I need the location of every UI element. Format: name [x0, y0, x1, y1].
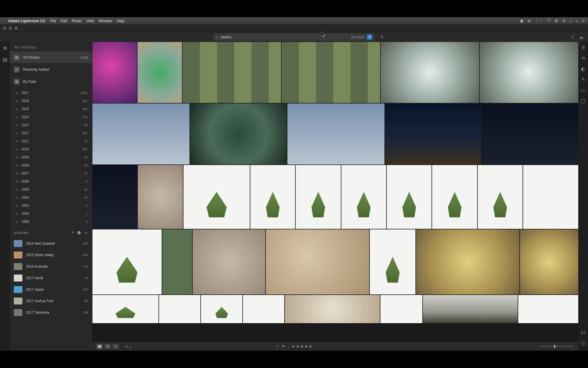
keywords-icon[interactable]: 🏷: [581, 330, 585, 336]
photo-thumbnail[interactable]: [183, 165, 250, 229]
filter-icon[interactable]: ⚱: [380, 35, 384, 39]
photo-thumbnail[interactable]: [138, 42, 182, 103]
flag-reject-icon[interactable]: ⚑: [282, 344, 285, 349]
photo-thumbnail[interactable]: [243, 295, 284, 323]
photo-thumbnail[interactable]: [190, 103, 287, 164]
photo-thumbnail[interactable]: [159, 295, 200, 323]
grid-view-button[interactable]: ▦: [96, 344, 103, 349]
photo-thumbnail[interactable]: [416, 229, 519, 294]
photo-thumbnail[interactable]: [92, 103, 189, 164]
photo-thumbnail[interactable]: [385, 103, 481, 164]
year-item[interactable]: ▶20065: [10, 177, 92, 185]
square-grid-button[interactable]: ⊞: [105, 344, 111, 349]
photo-thumbnail[interactable]: [92, 42, 137, 103]
sync-icon[interactable]: ↺: [562, 18, 565, 23]
year-item[interactable]: ▶20033: [10, 202, 92, 210]
menu-edit[interactable]: Edit: [61, 19, 67, 23]
star-1[interactable]: ★: [291, 344, 295, 349]
photo-thumbnail[interactable]: [92, 295, 158, 323]
star-3[interactable]: ★: [300, 344, 304, 349]
sidebar-recently-added[interactable]: ◷ Recently Added ‹: [10, 64, 92, 76]
dropbox-icon[interactable]: ⧉: [555, 18, 558, 23]
radial-gradient-icon[interactable]: ◯: [581, 98, 586, 103]
photo-thumbnail[interactable]: [92, 229, 162, 294]
add-album-icon[interactable]: ＋: [84, 230, 88, 235]
album-item[interactable]: 2017 Aerial42: [10, 272, 92, 284]
photo-thumbnail[interactable]: [266, 229, 369, 294]
minimize-window-button[interactable]: [9, 26, 12, 30]
photo-thumbnail[interactable]: [518, 295, 578, 323]
photo-thumbnail[interactable]: [381, 42, 479, 103]
photo-thumbnail[interactable]: [520, 229, 578, 294]
search-bar[interactable]: ⌕ 95 results ✕: [214, 33, 374, 41]
add-photos-icon[interactable]: ⊕: [3, 45, 7, 51]
photo-thumbnail[interactable]: [138, 165, 183, 229]
album-item[interactable]: 2017 Joshua Tree65: [10, 295, 92, 307]
year-item[interactable]: ▶2012181: [10, 129, 92, 137]
menu-file[interactable]: File: [50, 19, 56, 23]
photo-thumbnail[interactable]: [250, 165, 295, 229]
year-item[interactable]: ▶19989: [10, 218, 92, 226]
app-name[interactable]: Adobe Lightroom CC: [8, 19, 46, 23]
year-item[interactable]: ▶20171,661: [10, 89, 92, 97]
photo-thumbnail[interactable]: [478, 165, 523, 229]
search-input[interactable]: [220, 35, 349, 39]
shield-icon[interactable]: ⛉: [547, 18, 551, 23]
star-2[interactable]: ★: [296, 344, 299, 349]
album-item[interactable]: 2017 Tasmania185: [10, 307, 92, 318]
menu-photo[interactable]: Photo: [72, 19, 82, 23]
photo-thumbnail[interactable]: [162, 229, 192, 294]
menu-icon[interactable]: ≡: [582, 18, 585, 23]
sidebar-all-photos[interactable]: ▦ All Photos 4,020: [10, 51, 92, 64]
crop-icon[interactable]: ⟲: [581, 55, 585, 61]
cc-icon[interactable]: ⊘: [527, 18, 531, 23]
flag-pick-icon[interactable]: ⚐: [276, 344, 279, 349]
photo-thumbnail[interactable]: [92, 165, 137, 229]
detail-view-button[interactable]: ▭: [113, 344, 119, 349]
brush-icon[interactable]: ✎: [581, 77, 585, 82]
photo-thumbnail[interactable]: [432, 165, 477, 229]
menu-view[interactable]: View: [86, 19, 94, 23]
photo-thumbnail[interactable]: [193, 229, 265, 294]
year-item[interactable]: ▶200541: [10, 185, 92, 193]
year-item[interactable]: ▶2016891: [10, 97, 92, 105]
menu-window[interactable]: Window: [99, 19, 112, 23]
zoom-window-button[interactable]: [14, 26, 18, 30]
year-item[interactable]: ▶2014215: [10, 113, 92, 121]
album-item[interactable]: 2014 New Zealand205: [10, 238, 92, 249]
year-item[interactable]: ▶2010107: [10, 145, 92, 153]
photo-thumbnail[interactable]: [423, 295, 518, 323]
year-item[interactable]: ▶2015698: [10, 105, 92, 113]
share-icon[interactable]: ⇪: [571, 34, 575, 40]
photo-thumbnail[interactable]: [296, 165, 341, 229]
menu-help[interactable]: Help: [117, 19, 124, 23]
year-item[interactable]: ▶201125: [10, 137, 92, 145]
album-item[interactable]: 2016 Australia124: [10, 261, 92, 272]
year-item[interactable]: ▶200964: [10, 153, 92, 161]
albums-grid-view-icon[interactable]: ▦: [77, 230, 81, 235]
sort-button[interactable]: ≡ ⌄: [125, 344, 132, 349]
year-item[interactable]: ▶201356: [10, 121, 92, 129]
linear-gradient-icon[interactable]: ▭: [581, 87, 585, 93]
year-item[interactable]: ▶20001: [10, 210, 92, 218]
star-5[interactable]: ★: [309, 344, 312, 349]
sidebar-by-date[interactable]: ▦ By Date ⌄: [10, 76, 92, 88]
photo-thumbnail[interactable]: [183, 42, 281, 103]
year-item[interactable]: ▶200721: [10, 169, 92, 177]
photo-thumbnail[interactable]: [387, 165, 432, 229]
photo-thumbnail[interactable]: [285, 295, 380, 323]
home-icon[interactable]: ⌂: [569, 18, 572, 23]
info-icon[interactable]: ⓘ: [581, 341, 585, 347]
photo-thumbnail[interactable]: [287, 103, 384, 164]
cloud-sync-icon[interactable]: ☁: [579, 34, 583, 40]
record-icon[interactable]: ◉: [520, 18, 523, 23]
photo-thumbnail[interactable]: [523, 165, 578, 229]
photo-thumbnail[interactable]: [482, 103, 578, 164]
close-window-button[interactable]: [3, 26, 6, 30]
albums-list-view-icon[interactable]: ≡: [72, 230, 74, 235]
star-4[interactable]: ★: [304, 344, 308, 349]
year-item[interactable]: ▶200824: [10, 161, 92, 169]
photo-thumbnail[interactable]: [380, 295, 422, 323]
photo-thumbnail[interactable]: [370, 229, 415, 294]
photo-thumbnail[interactable]: [480, 42, 578, 103]
